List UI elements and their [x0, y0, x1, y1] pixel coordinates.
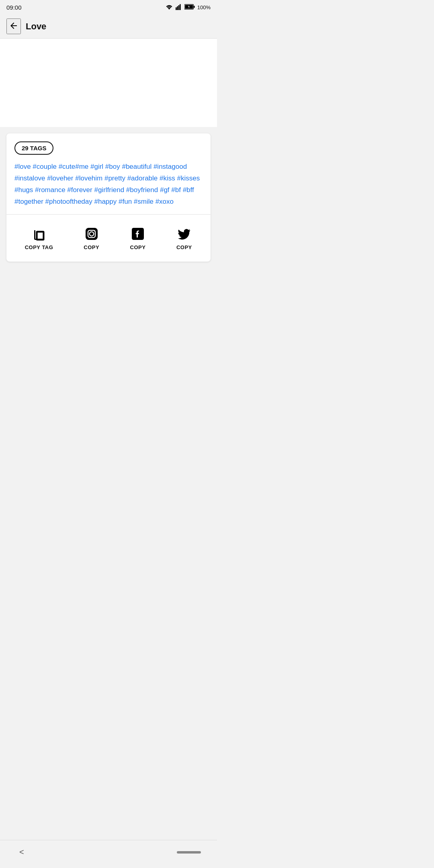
facebook-copy-button[interactable]: COPY — [125, 223, 151, 254]
svg-rect-1 — [177, 6, 178, 10]
tags-content: 29 TAGS #love #couple #cute#me #girl #bo… — [6, 133, 211, 214]
tags-card: 29 TAGS #love #couple #cute#me #girl #bo… — [6, 133, 211, 262]
action-buttons: COPY TAG COPY — [6, 215, 211, 262]
tags-text: #love #couple #cute#me #girl #boy #beaut… — [14, 161, 203, 208]
facebook-icon — [130, 226, 146, 242]
svg-rect-3 — [180, 4, 181, 10]
status-icons: 100% — [165, 4, 211, 11]
svg-rect-5 — [194, 6, 195, 8]
svg-rect-8 — [37, 232, 43, 239]
main-content: 29 TAGS #love #couple #cute#me #girl #bo… — [0, 127, 217, 268]
svg-rect-9 — [86, 228, 98, 240]
instagram-icon — [84, 226, 100, 242]
svg-rect-7 — [37, 231, 44, 240]
facebook-copy-label: COPY — [130, 244, 146, 250]
instagram-copy-button[interactable]: COPY — [79, 223, 104, 254]
twitter-copy-button[interactable]: COPY — [171, 223, 197, 254]
page-title: Love — [26, 21, 46, 32]
signal-icon — [176, 4, 182, 11]
battery-percentage: 100% — [197, 4, 211, 10]
wifi-icon — [165, 4, 173, 11]
svg-rect-2 — [178, 5, 179, 10]
tags-badge: 29 TAGS — [14, 141, 53, 155]
bottom-area — [0, 268, 217, 381]
status-time: 09:00 — [6, 4, 22, 11]
battery-icon — [184, 4, 195, 11]
instagram-copy-label: COPY — [84, 244, 99, 250]
top-nav: Love — [0, 14, 217, 39]
ad-space — [0, 39, 217, 127]
svg-rect-0 — [176, 7, 177, 10]
copy-tag-label: COPY TAG — [25, 244, 53, 250]
svg-point-12 — [94, 230, 95, 231]
status-bar: 09:00 — [0, 0, 217, 14]
twitter-copy-label: COPY — [176, 244, 192, 250]
twitter-icon — [176, 226, 192, 242]
back-button[interactable] — [6, 18, 21, 34]
copy-icon — [31, 226, 47, 242]
copy-tag-button[interactable]: COPY TAG — [20, 223, 58, 254]
